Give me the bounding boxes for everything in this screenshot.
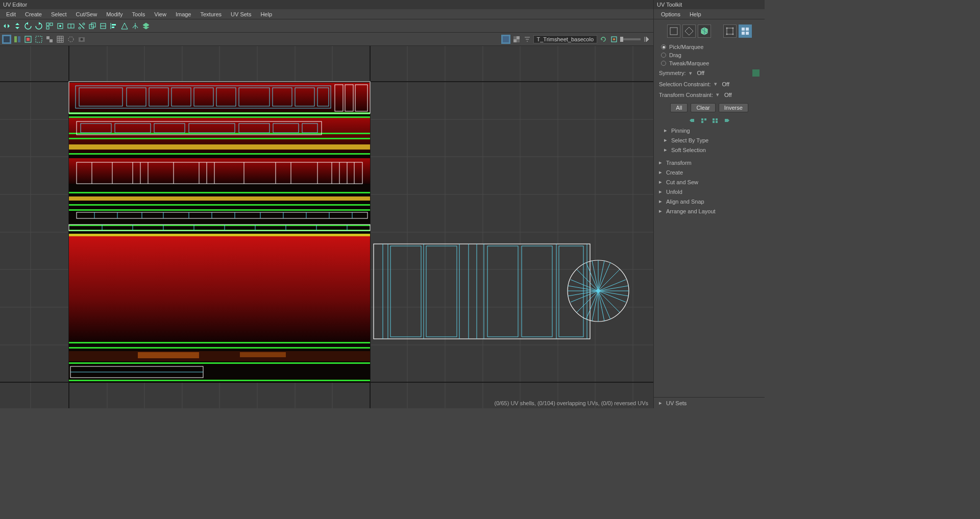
status-bar: (0/65) UV shells, (0/104) overlapping UV… [489,398,653,408]
menu-tools[interactable]: Tools [128,10,150,18]
shrink-loop-icon[interactable] [700,117,707,123]
svg-point-202 [726,34,727,35]
chevron-right-icon: ▸ [664,127,668,134]
svg-point-201 [732,28,733,29]
align-icon[interactable] [109,21,118,31]
toolkit-menu-help[interactable]: Help [685,10,705,18]
uv-sets-footer[interactable]: ▸ UV Sets [654,397,765,408]
chevron-right-icon: ▸ [659,400,663,406]
layout-icon[interactable] [45,21,54,31]
chevron-down-icon[interactable]: ▾ [689,70,694,77]
align-snap-section[interactable]: ▸ Align and Snap [654,196,765,206]
menu-modify[interactable]: Modify [102,10,127,18]
cut-icon[interactable] [77,21,86,31]
distortion-display-icon[interactable] [23,35,33,44]
svg-rect-95 [69,342,370,343]
grow-loop-icon[interactable] [712,117,719,123]
menu-edit[interactable]: Edit [2,10,20,18]
grid-toggle-icon[interactable] [56,35,65,44]
unfold-section[interactable]: ▸ Unfold [654,187,765,196]
soft-selection-section[interactable]: ▸ Soft Selection [654,145,765,155]
chevron-right-icon: ▸ [664,146,668,153]
svg-rect-1 [50,23,53,26]
dim-image-icon[interactable] [512,35,521,44]
isolate-icon[interactable] [66,35,76,44]
uv-shell-circle [568,260,629,322]
snapshot-icon[interactable] [77,35,86,44]
svg-rect-0 [46,23,49,26]
align-snap-label: Align and Snap [666,199,704,205]
menu-select[interactable]: Select [47,10,71,18]
orient-icon[interactable] [99,21,108,31]
menu-image[interactable]: Image [172,10,195,18]
shrink-selection-icon[interactable] [689,117,696,123]
select-by-type-section[interactable]: ▸ Select By Type [654,135,765,145]
menu-create[interactable]: Create [21,10,46,18]
arrange-layout-section[interactable]: ▸ Arrange and Layout [654,206,765,216]
toolkit-menu-options[interactable]: Options [657,10,684,18]
uv-editor-panel: UV Editor Edit Create Select Cut/Sew Mod… [0,0,653,408]
menu-uvsets[interactable]: UV Sets [227,10,255,18]
uv-mode-icon[interactable] [723,24,737,38]
select-all-button[interactable]: All [670,103,688,112]
flip-v-icon[interactable] [13,21,22,31]
trans-constraint-value[interactable]: Off [724,92,737,98]
uv-viewport[interactable]: (0/65) UV shells, (0/104) overlapping UV… [0,46,653,408]
clear-button[interactable]: Clear [691,103,715,112]
lattice-icon[interactable] [120,21,129,31]
component-mode-row [654,19,765,43]
symmetry-toggle-icon[interactable] [752,69,760,77]
texture-name-field[interactable]: T_Trimsheet_basecolo [533,35,597,43]
rotate-ccw-icon[interactable] [23,21,33,31]
shaded-display-icon[interactable] [2,35,11,44]
checker-icon[interactable] [45,35,54,44]
create-section[interactable]: ▸ Create [654,167,765,177]
menu-view[interactable]: View [150,10,170,18]
texture-borders-icon[interactable] [34,35,43,44]
grow-selection-icon[interactable] [723,117,730,123]
svg-rect-216 [725,119,728,122]
svg-rect-86 [69,144,370,150]
symmetrize-icon[interactable] [131,21,140,31]
svg-point-200 [726,28,727,29]
edge-mode-icon[interactable] [682,24,696,38]
svg-rect-89 [69,196,370,201]
exposure-slider[interactable] [620,38,641,40]
svg-rect-99 [138,352,199,358]
unfold-icon[interactable] [66,21,76,31]
flip-u-icon[interactable] [2,21,11,31]
image-display-icon[interactable] [501,35,510,44]
stack-icon[interactable] [88,21,97,31]
select-by-type-label: Select By Type [671,137,708,143]
symmetry-value[interactable]: Off [697,70,709,76]
pinning-section[interactable]: ▸ Pinning [654,126,765,135]
snap-icon[interactable] [56,21,65,31]
transform-section[interactable]: ▸ Transform [654,158,765,167]
chevron-down-icon[interactable]: ▾ [714,81,719,87]
pick-marquee-radio[interactable]: Pick/Marquee [654,43,765,51]
menu-help[interactable]: Help [256,10,276,18]
face-mode-icon[interactable] [698,24,711,38]
sel-constraint-value[interactable]: Off [722,81,734,87]
vertex-mode-icon[interactable] [667,24,680,38]
channel-next-icon[interactable] [642,35,651,44]
svg-rect-87 [69,153,370,155]
inverse-button[interactable]: Inverse [719,103,748,112]
bake-icon[interactable] [609,35,619,44]
uv-sets-label: UV Sets [666,400,687,406]
tweak-marquee-radio[interactable]: Tweak/Marquee [654,59,765,67]
menu-textures[interactable]: Textures [196,10,226,18]
wireframe-display-icon[interactable] [13,35,22,44]
refresh-texture-icon[interactable] [599,35,608,44]
radio-unchecked-icon [661,61,666,66]
drag-radio[interactable]: Drag [654,51,765,59]
svg-point-9 [83,23,85,25]
chevron-down-icon[interactable]: ▾ [716,91,721,98]
rotate-cw-icon[interactable] [34,21,43,31]
shell-mode-icon[interactable] [739,24,752,38]
filtered-icon[interactable] [523,35,532,44]
menu-cutsew[interactable]: Cut/Sew [72,10,102,18]
shade-icon[interactable] [141,21,151,31]
cut-sew-section[interactable]: ▸ Cut and Sew [654,177,765,187]
chevron-right-icon: ▸ [659,188,663,195]
